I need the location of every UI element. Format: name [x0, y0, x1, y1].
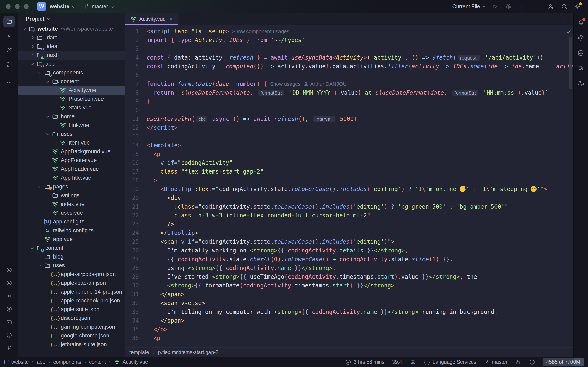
commit-tool-icon[interactable] — [3, 30, 15, 42]
notifications-icon[interactable] — [576, 17, 586, 28]
tree-item-link-vue[interactable]: Link.vue — [18, 121, 125, 130]
pull-requests-icon[interactable] — [3, 44, 15, 56]
copilot-icon[interactable] — [576, 63, 586, 73]
tree-item--nuxt[interactable]: .nuxt — [18, 51, 125, 59]
status-path-item[interactable]: website — [4, 359, 29, 365]
project-panel-header[interactable]: Project — [18, 13, 125, 25]
status-path-item[interactable]: Activity.vue — [114, 359, 148, 365]
tree-item-index-vue[interactable]: index.vue — [18, 200, 125, 209]
editor-scrollbar[interactable] — [569, 37, 572, 89]
ai-assistant-icon[interactable] — [576, 33, 586, 43]
window-controls[interactable] — [6, 4, 29, 9]
breadcrumb-item[interactable]: template — [130, 349, 149, 355]
chevron-expanded-icon[interactable] — [36, 265, 43, 266]
settings-gear-icon[interactable] — [575, 3, 581, 10]
tree-item-google-chrome-json[interactable]: {..}google-chrome.json — [18, 331, 125, 340]
tree-item-uses-vue[interactable]: uses.vue — [18, 209, 125, 217]
search-icon[interactable] — [561, 3, 568, 10]
unlock-icon[interactable] — [515, 359, 521, 365]
tree-item-jetbrains-suite-json[interactable]: {..}jetbrains-suite.json — [18, 340, 125, 349]
status-path-item[interactable]: content — [89, 359, 106, 365]
memory-indicator[interactable]: 4585 of 7700M — [543, 358, 584, 366]
tree-item-gaming-computer-json[interactable]: {..}gaming-computer.json — [18, 323, 125, 331]
tab-activity-vue[interactable]: Activity.vue × — [125, 13, 178, 25]
tree-item-app[interactable]: app — [18, 59, 125, 68]
tree-item-blog[interactable]: blog — [18, 252, 125, 261]
chevron-expanded-icon[interactable] — [36, 186, 43, 187]
tree-item-apple-airpods-pro-json[interactable]: {..}apple-airpods-pro.json — [18, 270, 125, 279]
tree-item-item-vue[interactable]: Item.vue — [18, 138, 125, 147]
window-close-button[interactable] — [6, 4, 11, 9]
tree-item-writings[interactable]: writings — [18, 191, 125, 200]
tree-item-apple-ipad-air-json[interactable]: {..}apple-ipad-air.json — [18, 279, 125, 287]
tree-item-apple-macbook-pro-json[interactable]: {..}apple-macbook-pro.json — [18, 296, 125, 305]
window-minimize-button[interactable] — [15, 4, 20, 9]
chevron-collapsed-icon[interactable] — [29, 36, 35, 39]
git-branch-widget[interactable]: master — [484, 359, 507, 365]
terminal-icon[interactable] — [3, 317, 15, 328]
vcs-log-icon[interactable] — [3, 59, 15, 70]
tree-item-pages[interactable]: pages — [18, 182, 125, 191]
chevron-collapsed-icon[interactable] — [44, 194, 51, 197]
chevron-expanded-icon[interactable] — [44, 133, 51, 135]
tree-item-app-config-ts[interactable]: TSapp.config.ts — [18, 217, 125, 226]
tree-item--idea[interactable]: .idea — [18, 42, 125, 51]
language-services-widget[interactable]: { } Language Services — [424, 359, 476, 365]
code-with-me-icon[interactable] — [576, 78, 586, 89]
tree-item-discord-json[interactable]: {..}discord.json — [18, 314, 125, 323]
chevron-collapsed-icon[interactable] — [29, 54, 35, 56]
tree-item-appfooter-vue[interactable]: AppFooter.vue — [18, 156, 125, 165]
inspections-widget-icon[interactable] — [529, 359, 535, 365]
branch-selector[interactable]: master — [84, 3, 113, 9]
add-user-button[interactable] — [548, 3, 554, 10]
project-tool-icon[interactable] — [3, 16, 15, 27]
chevron-expanded-icon[interactable] — [29, 63, 35, 65]
tree-item-appheader-vue[interactable]: AppHeader.vue — [18, 165, 125, 174]
tree-item-apptitle-vue[interactable]: AppTitle.vue — [18, 174, 125, 182]
time-tracker-widget[interactable]: 3 hrs 58 mins — [345, 359, 384, 365]
tree-item-tailwind-config-ts[interactable]: ≈tailwind.config.ts — [18, 226, 125, 235]
code-editor[interactable]: 1<script lang="ts" setup> Show component… — [125, 25, 573, 347]
more-actions-icon[interactable]: ⋮ — [519, 2, 526, 11]
tree-item-proseicon-vue[interactable]: ProseIcon.vue — [18, 95, 125, 103]
status-path-item[interactable]: components — [53, 359, 81, 365]
chevron-expanded-icon[interactable] — [29, 247, 35, 249]
tree-item-website[interactable]: website~/Workspace/website — [18, 25, 125, 33]
tree-item-apple-iphone-14-pro-json[interactable]: {..}apple-iphone-14-pro.json — [18, 287, 125, 296]
ai-actions-icon[interactable] — [3, 290, 15, 302]
breadcrumb-item[interactable]: p.flex.md:items-start.gap-2 — [158, 349, 218, 355]
tree-item-uses[interactable]: uses — [18, 261, 125, 270]
tree-item-components[interactable]: components — [18, 68, 125, 77]
tree-item-app-vue[interactable]: app.vue — [18, 235, 125, 244]
run-configuration-selector[interactable]: Current File — [452, 3, 485, 9]
editor-options-kebab-icon[interactable]: ⋮ — [562, 16, 568, 23]
run-icon[interactable] — [3, 303, 15, 315]
chevron-expanded-icon[interactable] — [36, 72, 43, 73]
tree-item-apple-suite-json[interactable]: {..}apple-suite.json — [18, 305, 125, 314]
chevron-expanded-icon[interactable] — [44, 81, 51, 82]
tree-item-uses[interactable]: uses — [18, 130, 125, 138]
chevron-expanded-icon[interactable] — [44, 116, 51, 117]
chevron-expanded-icon[interactable] — [21, 28, 28, 30]
run-button[interactable] — [492, 3, 498, 10]
r-circle-icon-1[interactable] — [3, 264, 15, 276]
tree-item-stats-vue[interactable]: Stats.vue — [18, 103, 125, 112]
database-icon[interactable] — [576, 48, 586, 58]
chevron-collapsed-icon[interactable] — [29, 45, 35, 48]
caret-position[interactable]: 39:4 — [392, 359, 402, 365]
project-selector[interactable]: website — [50, 3, 75, 9]
copilot-status-icon[interactable] — [410, 359, 416, 365]
git-icon[interactable] — [3, 342, 15, 354]
inspections-ok-icon[interactable] — [566, 29, 572, 36]
tab-close-icon[interactable]: × — [170, 16, 173, 22]
debug-button[interactable] — [505, 3, 512, 10]
more-tool-windows-icon[interactable] — [3, 77, 15, 88]
tree-item-home[interactable]: home — [18, 112, 125, 121]
window-zoom-button[interactable] — [24, 4, 29, 9]
tree-item-content[interactable]: content — [18, 244, 125, 252]
status-path-item[interactable]: app — [37, 359, 45, 365]
problems-icon[interactable] — [3, 329, 15, 341]
tree-item-activity-vue[interactable]: Activity.vue — [18, 86, 125, 95]
r-circle-icon-2[interactable] — [3, 277, 15, 289]
tree-item-appbackground-vue[interactable]: AppBackground.vue — [18, 147, 125, 156]
